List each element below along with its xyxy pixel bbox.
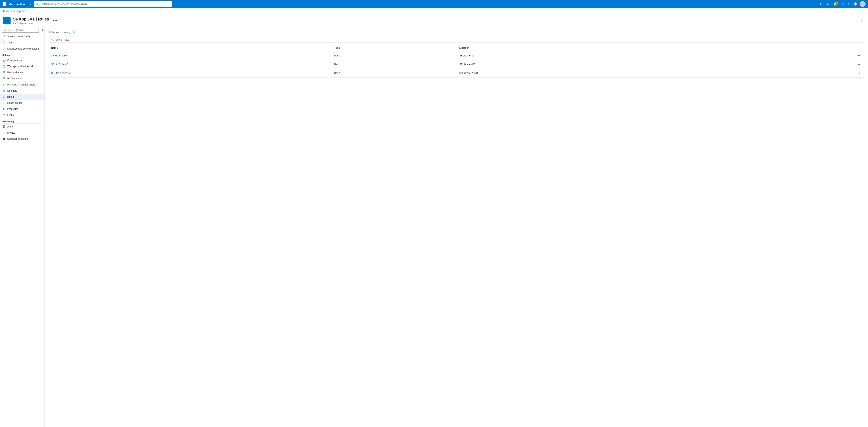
sidebar-item-configuration[interactable]: Configuration	[0, 57, 44, 63]
rules-search-input[interactable]	[56, 38, 862, 41]
svg-rect-25	[3, 108, 4, 110]
row-more-actions-button[interactable]: •••	[855, 53, 862, 58]
cell-actions: •••	[731, 51, 864, 60]
sidebar-item-access-control[interactable]: Access control (IAM)	[0, 33, 44, 39]
sidebar-item-label: Frontend IP configurations	[7, 83, 36, 86]
sidebar-item-alerts[interactable]: Alerts	[0, 124, 44, 130]
sidebar-item-label: HTTP settings	[7, 77, 23, 80]
notifications-icon-button[interactable]: 🔔 4	[832, 1, 839, 7]
svg-point-8	[5, 48, 5, 48]
waf-icon	[2, 65, 6, 68]
breadcrumb: Home › SRAppGV1	[0, 8, 868, 15]
rules-icon	[2, 95, 6, 98]
page-subtitle: Application gateway	[13, 22, 49, 24]
sidebar-item-health-probes[interactable]: Health probes	[0, 100, 44, 106]
help-icon-button[interactable]: ?	[846, 2, 851, 7]
sidebar-item-diagnose[interactable]: Diagnose and solve problems	[0, 46, 44, 52]
page-title: SRAppGV1 | Rules	[13, 17, 49, 22]
svg-rect-15	[3, 78, 5, 78]
sidebar-item-properties[interactable]: Properties	[0, 106, 44, 112]
cell-name: SRHttpRule443	[49, 60, 332, 69]
sidebar-item-diagnostic-settings[interactable]: Diagnostic settings	[0, 136, 44, 142]
sidebar-search-input[interactable]	[8, 29, 37, 32]
configuration-icon	[2, 59, 6, 62]
breadcrumb-separator: ›	[11, 10, 12, 12]
notification-badge: 4	[835, 2, 838, 5]
more-actions-button[interactable]: •••	[52, 18, 59, 24]
add-icon: +	[49, 30, 51, 34]
rules-table: Name Type Listener SRHttpRule80 Basic SR…	[49, 45, 864, 78]
breadcrumb-current-link[interactable]: SRAppGV1	[13, 10, 26, 12]
sidebar-item-http-settings[interactable]: HTTP settings	[0, 76, 44, 82]
svg-rect-38	[3, 139, 4, 140]
user-avatar[interactable]	[860, 1, 866, 7]
page-header-title-area: SRAppGV1 | Rules Application gateway	[13, 17, 49, 24]
svg-rect-35	[5, 132, 5, 134]
svg-point-3	[5, 20, 6, 20]
sidebar-collapse-button[interactable]: «	[40, 27, 43, 32]
content-toolbar: + Request routing rule	[49, 29, 864, 35]
svg-rect-26	[4, 109, 4, 110]
add-rule-button[interactable]: + Request routing rule	[49, 29, 75, 35]
cell-listener: SRListener443	[457, 60, 731, 69]
sidebar-item-label: Metrics	[7, 131, 15, 134]
cell-listener: SRListener80	[457, 51, 731, 60]
row-more-actions-button[interactable]: •••	[855, 71, 862, 75]
svg-rect-28	[3, 115, 5, 116]
svg-rect-13	[3, 72, 5, 72]
column-header-actions	[731, 45, 864, 51]
column-header-type: Type	[332, 45, 457, 51]
sidebar-item-frontend-ip[interactable]: Frontend IP configurations	[0, 82, 44, 88]
content-area: + Request routing rule 🔍 Name Type Liste…	[44, 26, 868, 427]
sidebar-item-locks[interactable]: Locks	[0, 112, 44, 118]
row-more-actions-button[interactable]: •••	[855, 62, 862, 66]
settings-icon-button[interactable]: ⚙	[840, 1, 845, 7]
access-control-icon	[2, 35, 6, 38]
svg-rect-20	[3, 91, 5, 91]
sidebar-item-label: Web application firewall	[7, 65, 33, 68]
sidebar-item-label: Access control (IAM)	[7, 35, 30, 38]
breadcrumb-home-link[interactable]: Home	[3, 10, 10, 12]
rules-search-icon: 🔍	[51, 38, 54, 41]
sidebar-item-tags[interactable]: Tags	[0, 39, 44, 46]
cell-type: Basic	[332, 60, 457, 69]
svg-point-5	[5, 22, 6, 22]
sidebar-item-label: Locks	[7, 114, 13, 117]
svg-point-4	[5, 21, 6, 21]
global-search-bar: 🔍	[34, 1, 172, 7]
close-button[interactable]: ✕	[859, 18, 865, 23]
sidebar-item-backend-pools[interactable]: Backend pools	[0, 69, 44, 76]
svg-rect-14	[3, 73, 5, 73]
cell-name: SRHttpRule80	[49, 51, 332, 60]
svg-rect-36	[3, 138, 4, 139]
cell-actions: •••	[731, 69, 864, 78]
hamburger-menu-button[interactable]: ☰	[2, 2, 6, 6]
svg-rect-33	[3, 133, 3, 134]
page-header-left: SRAppGV1 | Rules Application gateway •••	[3, 17, 59, 24]
download-icon-button[interactable]: ⬇	[825, 1, 831, 7]
sidebar-item-rules[interactable]: Rules	[0, 94, 44, 100]
diagnose-icon	[2, 47, 6, 50]
global-search-input[interactable]	[40, 3, 170, 5]
resource-icon	[3, 17, 10, 24]
svg-rect-16	[3, 79, 5, 79]
svg-point-7	[3, 42, 4, 42]
azure-logo: Microsoft Azure	[8, 2, 31, 6]
svg-rect-30	[4, 125, 5, 126]
email-icon-button[interactable]: ✉	[818, 1, 824, 7]
sidebar-item-label: Alerts	[7, 125, 13, 128]
metrics-icon	[2, 131, 6, 135]
svg-rect-39	[4, 139, 5, 140]
sidebar-item-waf[interactable]: Web application firewall	[0, 63, 44, 69]
cell-listener: SRListener22334	[457, 69, 731, 78]
page-header: SRAppGV1 | Rules Application gateway •••…	[0, 15, 868, 26]
sidebar-item-label: Properties	[7, 108, 19, 110]
tags-icon	[2, 41, 6, 44]
svg-rect-17	[3, 84, 5, 85]
sidebar-item-metrics[interactable]: Metrics	[0, 130, 44, 136]
monitoring-section-label: Monitoring	[0, 118, 44, 123]
feedback-icon-button[interactable]: 😊	[852, 1, 859, 7]
sidebar-item-listeners[interactable]: Listeners	[0, 88, 44, 94]
sidebar-search-bar: 🔍	[2, 28, 39, 33]
column-header-listener: Listener	[457, 45, 731, 51]
